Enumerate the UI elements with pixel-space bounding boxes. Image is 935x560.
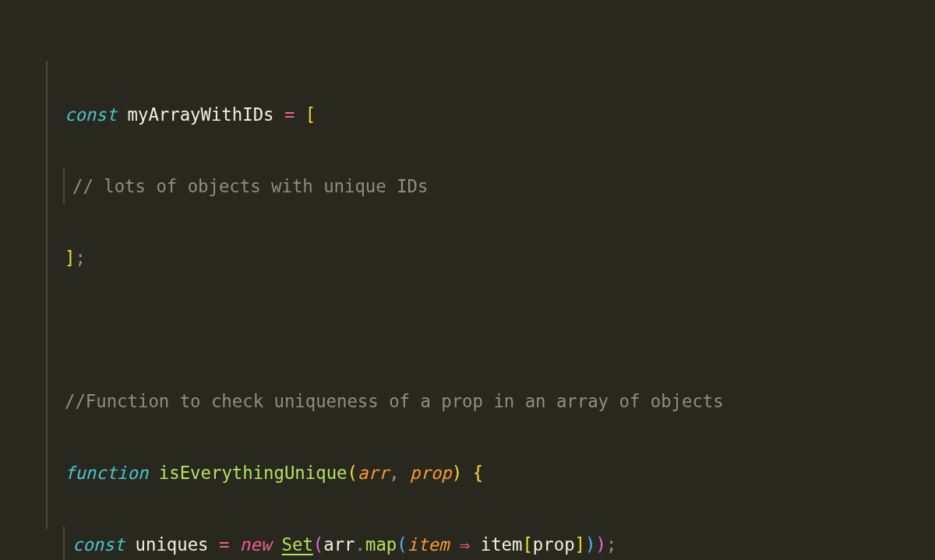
comment: //Function to check uniqueness of a prop… [65,391,724,411]
keyword-function: function [65,463,148,483]
identifier: myArrayWithIDs [117,104,284,125]
code-line: // lots of objects with unique IDs [65,168,904,204]
paren-close: ) [452,463,462,483]
space [295,104,305,125]
space [400,463,410,483]
space [470,534,480,555]
bracket-open: [ [522,534,532,555]
dot: . [355,534,365,555]
indent-guide [63,168,65,204]
method-map: map [365,534,397,555]
parameter: item [408,534,450,555]
parameter: prop [410,463,452,483]
paren-open: ( [397,534,407,555]
type-set: Set [282,534,313,555]
operator-equals: = [284,104,295,125]
semicolon: ; [75,248,85,268]
identifier: item [481,534,523,555]
keyword-const: const [65,104,117,125]
comment: // lots of objects with unique IDs [72,176,428,196]
code-line: const myArrayWithIDs = [ [65,97,904,132]
bracket-open: [ [305,104,316,125]
keyword-new: new [240,534,271,555]
code-line: function isEverythingUnique(arr, prop) { [65,455,904,491]
comma: , [389,463,399,483]
code-line: //Function to check uniqueness of a prop… [65,383,904,419]
indent-guide [63,527,65,560]
arrow-operator: ⇒ [460,534,470,555]
operator-equals: = [219,534,229,555]
paren-close: ) [595,534,605,555]
space [229,534,239,555]
semicolon: ; [606,534,616,555]
code-editor: const myArrayWithIDs = [ // lots of obje… [46,61,904,529]
blank-line [65,312,904,347]
bracket-close: ] [575,534,585,555]
space [271,534,281,555]
identifier: uniques [125,534,219,555]
space [462,463,472,483]
identifier: arr [323,534,355,555]
code-line: ]; [65,240,904,276]
paren-close: ) [585,534,595,555]
parameter: arr [358,463,389,483]
bracket-close: ] [65,248,75,268]
code-line: const uniques = new Set(arr.map(item ⇒ i… [65,527,904,560]
space [449,534,459,555]
space [148,463,158,483]
function-name: isEverythingUnique [159,463,348,483]
identifier: prop [533,534,575,555]
paren-open: ( [347,463,357,483]
keyword-const: const [72,534,125,555]
paren-open: ( [313,534,323,555]
brace-open: { [473,463,483,483]
